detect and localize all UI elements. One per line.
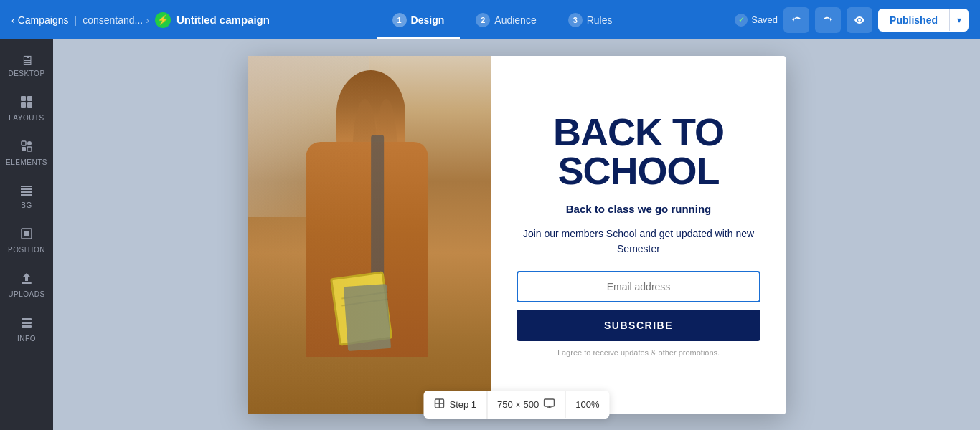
zoom-label: 100% <box>575 399 599 410</box>
publish-dropdown-button[interactable]: ▾ <box>949 9 969 31</box>
saved-label: Saved <box>751 14 778 25</box>
sidebar-item-position[interactable]: POSITION <box>3 219 50 261</box>
tab-rules-label: Rules <box>587 14 613 26</box>
step-icon <box>433 398 445 411</box>
preview-button[interactable] <box>847 7 872 33</box>
svg-rect-1 <box>27 96 32 101</box>
tab-audience[interactable]: 2 Audience <box>460 0 552 39</box>
publish-button-group[interactable]: Published ▾ <box>878 9 969 32</box>
info-icon <box>19 315 34 332</box>
zoom-indicator[interactable]: 100% <box>565 392 609 417</box>
eye-icon <box>854 14 865 26</box>
tab-audience-label: Audience <box>494 14 536 26</box>
svg-rect-15 <box>22 325 32 328</box>
tab-rules[interactable]: 3 Rules <box>552 0 628 39</box>
redo-button[interactable] <box>815 7 841 33</box>
canvas-area: BACK TO SCHOOL Back to class we go runni… <box>53 39 980 430</box>
campaigns-nav-link[interactable]: ‹ Campaigns <box>11 14 69 26</box>
svg-rect-6 <box>22 147 26 151</box>
main-layout: 🖥 DESKTOP LAYOUTS <box>0 39 980 430</box>
svg-rect-13 <box>24 231 29 236</box>
svg-rect-2 <box>21 102 26 108</box>
saved-check-icon: ✓ <box>735 14 748 27</box>
sidebar-item-uploads[interactable]: UPLOADS <box>3 264 50 305</box>
popup-headline: BACK TO SCHOOL <box>517 113 760 190</box>
undo-icon <box>791 14 802 26</box>
uploads-icon <box>19 271 34 287</box>
redo-icon <box>822 14 834 26</box>
nav-actions: ✓ Saved Published ▾ <box>735 7 969 33</box>
popup-content-section: BACK TO SCHOOL Back to class we go runni… <box>491 56 786 414</box>
svg-rect-4 <box>22 141 26 145</box>
svg-rect-21 <box>544 399 554 406</box>
sidebar-item-bg[interactable]: BG <box>3 176 50 216</box>
campaign-title[interactable]: Untitled campaign <box>176 14 270 26</box>
disclaimer-text: I agree to receive updates & other promo… <box>557 348 720 357</box>
svg-rect-17 <box>22 318 32 320</box>
breadcrumb-separator: | <box>75 14 77 26</box>
svg-rect-16 <box>22 322 32 324</box>
layouts-icon <box>19 95 34 111</box>
sidebar-item-layouts[interactable]: LAYOUTS <box>3 87 50 129</box>
campaigns-label: Campaigns <box>18 14 69 26</box>
popup-subheadline: Back to class we go running <box>566 203 712 215</box>
breadcrumb-text: consentand... <box>83 14 143 26</box>
undo-button[interactable] <box>783 7 809 33</box>
tab-design-num: 1 <box>392 13 407 27</box>
sidebar-label-bg: BG <box>21 201 32 209</box>
subscribe-button[interactable]: SUBSCRIBE <box>517 310 760 341</box>
sidebar-label-position: POSITION <box>8 246 45 254</box>
top-navigation: ‹ Campaigns | consentand... › ⚡ Untitled… <box>0 0 980 39</box>
breadcrumb-link[interactable]: consentand... › <box>83 14 149 26</box>
left-sidebar: 🖥 DESKTOP LAYOUTS <box>0 39 53 430</box>
sidebar-item-info[interactable]: INFO <box>3 308 50 350</box>
popup-body-text: Join our members School and get updated … <box>517 226 760 257</box>
sidebar-item-desktop[interactable]: 🖥 DESKTOP <box>3 47 50 85</box>
sidebar-item-elements[interactable]: ELEMENTS <box>3 132 50 173</box>
popup-preview: BACK TO SCHOOL Back to class we go runni… <box>248 56 786 414</box>
svg-rect-7 <box>27 147 32 151</box>
position-icon <box>19 226 34 243</box>
elements-icon <box>19 139 34 156</box>
svg-rect-5 <box>27 141 32 145</box>
bottom-status-bar: Step 1 750 × 500 100% <box>423 391 609 419</box>
sidebar-label-elements: ELEMENTS <box>6 158 47 166</box>
breadcrumb-area: ‹ Campaigns | consentand... › ⚡ Untitled… <box>11 12 270 28</box>
chevron-down-icon: ▾ <box>957 15 961 25</box>
sidebar-label-layouts: LAYOUTS <box>9 114 44 122</box>
svg-rect-0 <box>21 96 26 101</box>
publish-main-button[interactable]: Published <box>878 9 949 32</box>
popup-image-section <box>248 56 491 414</box>
svg-rect-14 <box>22 282 32 284</box>
bolt-icon: ⚡ <box>155 12 171 28</box>
svg-rect-3 <box>27 102 32 108</box>
tab-design-label: Design <box>411 14 445 26</box>
email-input[interactable] <box>517 271 760 302</box>
tab-rules-num: 3 <box>568 13 583 27</box>
sidebar-label-desktop: DESKTOP <box>8 70 44 77</box>
dimensions-text: 750 × 500 <box>497 399 539 410</box>
step-tabs: 1 Design 2 Audience 3 Rules <box>275 0 729 39</box>
tab-audience-num: 2 <box>476 13 490 27</box>
tab-design[interactable]: 1 Design <box>377 0 461 39</box>
step-indicator[interactable]: Step 1 <box>423 391 487 419</box>
chevron-left-icon: ‹ <box>11 14 15 26</box>
dimensions-indicator: 750 × 500 <box>487 391 565 418</box>
desktop-icon: 🖥 <box>20 54 33 67</box>
bg-icon <box>19 183 34 199</box>
saved-status: ✓ Saved <box>735 14 778 27</box>
sidebar-label-uploads: UPLOADS <box>8 290 44 298</box>
monitor-icon <box>543 398 555 411</box>
chevron-right-icon: › <box>146 14 149 26</box>
sidebar-label-info: INFO <box>17 335 36 343</box>
step-label: Step 1 <box>449 399 476 410</box>
